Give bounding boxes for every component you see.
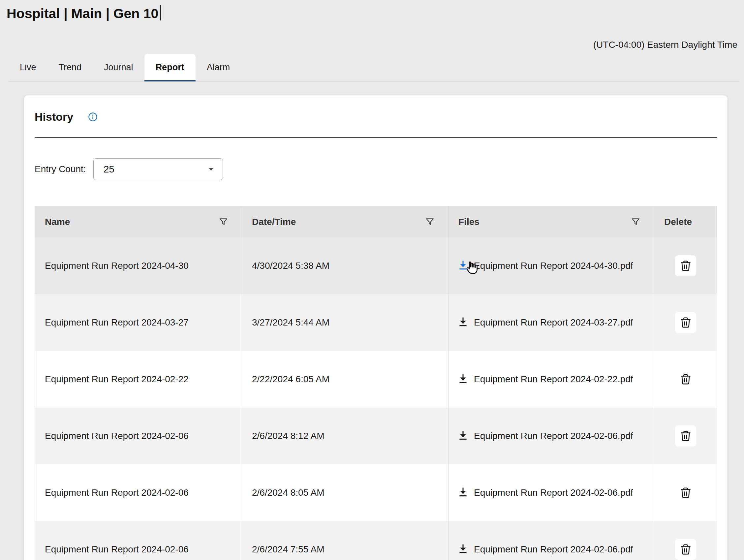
delete-button[interactable] [675, 369, 696, 390]
delete-button[interactable] [675, 312, 696, 333]
tab-live[interactable]: Live [8, 54, 47, 81]
file-name: Equipment Run Report 2024-04-30.pdf [474, 261, 633, 271]
delete-button[interactable] [675, 539, 696, 560]
file-name: Equipment Run Report 2024-02-22.pdf [474, 374, 633, 384]
report-name: Equipment Run Report 2024-03-27 [45, 317, 189, 328]
history-table: Name Date/Time Files Delete [35, 206, 717, 560]
report-delete-cell [654, 408, 717, 464]
entry-count-row: Entry Count: 25 [35, 158, 717, 180]
info-icon[interactable] [88, 112, 98, 122]
file-name: Equipment Run Report 2024-02-06.pdf [474, 487, 633, 498]
page-title-text: Hospital | Main | Gen 10 [7, 6, 158, 21]
file-download-link[interactable]: Equipment Run Report 2024-02-22.pdf [457, 368, 633, 390]
report-datetime-cell: 2/6/2024 8:12 AM [242, 408, 448, 464]
download-icon [457, 543, 469, 554]
entry-count-select[interactable]: 25 [93, 158, 223, 180]
report-delete-cell [654, 351, 717, 408]
report-delete-cell [654, 294, 717, 351]
divider [35, 137, 717, 138]
tab-report[interactable]: Report [144, 54, 195, 81]
file-download-link[interactable]: Equipment Run Report 2024-02-06.pdf [457, 425, 633, 447]
timezone-label: (UTC-04:00) Eastern Daylight Time [593, 40, 737, 50]
filter-funnel-icon[interactable] [218, 217, 228, 227]
report-name: Equipment Run Report 2024-02-06 [45, 431, 189, 441]
tab-alarm[interactable]: Alarm [195, 54, 241, 81]
report-name-cell: Equipment Run Report 2024-02-06 [35, 464, 242, 521]
history-card: History Entry Count: 25 Name Date/Tim [24, 95, 728, 560]
delete-button[interactable] [675, 425, 696, 447]
report-files-cell: Equipment Run Report 2024-03-27.pdf [448, 294, 654, 351]
column-header-delete: Delete [654, 206, 717, 237]
delete-button[interactable] [675, 255, 696, 276]
filter-funnel-icon[interactable] [631, 217, 641, 227]
trash-icon [679, 486, 692, 499]
report-delete-cell [654, 464, 717, 521]
column-label: Delete [664, 217, 692, 227]
history-heading: History [35, 110, 73, 123]
table-row: Equipment Run Report 2024-04-30 4/30/202… [35, 237, 717, 294]
download-icon [457, 430, 469, 441]
file-download-link[interactable]: Equipment Run Report 2024-04-30.pdf [457, 255, 633, 277]
report-datetime: 2/6/2024 8:12 AM [252, 431, 325, 441]
report-datetime: 3/27/2024 5:44 AM [252, 317, 330, 328]
report-datetime-cell: 2/6/2024 8:05 AM [242, 464, 448, 521]
tab-label: Alarm [207, 62, 230, 73]
report-name: Equipment Run Report 2024-02-06 [45, 487, 189, 498]
table-row: Equipment Run Report 2024-02-06 2/6/2024… [35, 464, 717, 521]
report-datetime-cell: 2/6/2024 7:55 AM [242, 521, 448, 560]
delete-button[interactable] [675, 482, 696, 503]
column-label: Name [45, 217, 70, 227]
file-name: Equipment Run Report 2024-02-06.pdf [474, 431, 633, 441]
table-body: Equipment Run Report 2024-04-30 4/30/202… [35, 237, 717, 560]
report-files-cell: Equipment Run Report 2024-04-30.pdf [448, 237, 654, 294]
page-title[interactable]: Hospital | Main | Gen 10 [7, 5, 161, 22]
entry-count-value: 25 [104, 163, 114, 175]
chevron-down-icon [206, 164, 216, 174]
tab-trend[interactable]: Trend [47, 54, 93, 81]
filter-funnel-icon[interactable] [425, 217, 435, 227]
column-label: Files [458, 217, 480, 227]
report-name-cell: Equipment Run Report 2024-02-06 [35, 521, 242, 560]
column-label: Date/Time [252, 217, 296, 227]
report-datetime-cell: 2/22/2024 6:05 AM [242, 351, 448, 408]
report-name-cell: Equipment Run Report 2024-02-22 [35, 351, 242, 408]
column-header-files: Files [448, 206, 654, 237]
table-row: Equipment Run Report 2024-03-27 3/27/202… [35, 294, 717, 351]
trash-icon [679, 430, 692, 442]
report-name-cell: Equipment Run Report 2024-02-06 [35, 408, 242, 464]
report-files-cell: Equipment Run Report 2024-02-06.pdf [448, 521, 654, 560]
tab-label: Trend [59, 62, 82, 73]
tab-bar: Live Trend Journal Report Alarm [8, 54, 739, 81]
table-row: Equipment Run Report 2024-02-06 2/6/2024… [35, 521, 717, 560]
report-datetime: 4/30/2024 5:38 AM [252, 261, 330, 271]
report-name: Equipment Run Report 2024-02-22 [45, 374, 189, 384]
download-icon [457, 316, 469, 328]
entry-count-label: Entry Count: [35, 164, 86, 175]
trash-icon [679, 316, 692, 329]
column-header-datetime: Date/Time [242, 206, 448, 237]
column-header-name: Name [35, 206, 242, 237]
report-datetime: 2/22/2024 6:05 AM [252, 374, 330, 384]
file-download-link[interactable]: Equipment Run Report 2024-03-27.pdf [457, 312, 633, 333]
file-download-link[interactable]: Equipment Run Report 2024-02-06.pdf [457, 482, 633, 503]
table-header-row: Name Date/Time Files Delete [35, 206, 717, 237]
table-row: Equipment Run Report 2024-02-06 2/6/2024… [35, 408, 717, 464]
trash-icon [679, 373, 692, 385]
report-datetime-cell: 3/27/2024 5:44 AM [242, 294, 448, 351]
report-name: Equipment Run Report 2024-04-30 [45, 261, 189, 271]
trash-icon [679, 543, 692, 556]
report-files-cell: Equipment Run Report 2024-02-06.pdf [448, 464, 654, 521]
download-icon [457, 486, 469, 498]
file-download-link[interactable]: Equipment Run Report 2024-02-06.pdf [457, 538, 633, 560]
tab-journal[interactable]: Journal [93, 54, 144, 81]
report-files-cell: Equipment Run Report 2024-02-06.pdf [448, 408, 654, 464]
download-icon [457, 260, 469, 271]
report-name: Equipment Run Report 2024-02-06 [45, 544, 189, 555]
report-datetime: 2/6/2024 7:55 AM [252, 544, 325, 555]
file-name: Equipment Run Report 2024-03-27.pdf [474, 317, 633, 328]
tab-label: Live [20, 62, 36, 73]
report-delete-cell [654, 521, 717, 560]
tab-label: Journal [104, 62, 133, 73]
table-row: Equipment Run Report 2024-02-22 2/22/202… [35, 351, 717, 408]
report-datetime-cell: 4/30/2024 5:38 AM [242, 237, 448, 294]
